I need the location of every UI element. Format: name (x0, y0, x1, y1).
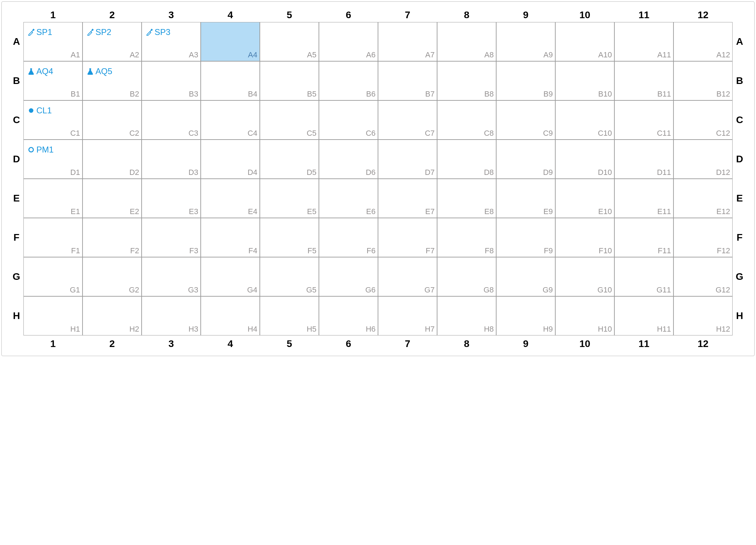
col-header[interactable]: 6 (319, 335, 378, 351)
well-D10[interactable]: D10 (555, 140, 614, 179)
well-A2[interactable]: A2SP2 (83, 22, 142, 61)
well-A3[interactable]: A3SP3 (142, 22, 201, 61)
row-header[interactable]: B (733, 61, 747, 100)
well-B1[interactable]: B1AQ4 (23, 61, 83, 100)
row-header[interactable]: E (9, 179, 23, 218)
well-H1[interactable]: H1 (23, 296, 83, 335)
well-D12[interactable]: D12 (673, 140, 733, 179)
well-D2[interactable]: D2 (83, 140, 142, 179)
well-B6[interactable]: B6 (319, 61, 378, 100)
well-C6[interactable]: C6 (319, 100, 378, 140)
well-H7[interactable]: H7 (378, 296, 437, 335)
well-H2[interactable]: H2 (83, 296, 142, 335)
well-D8[interactable]: D8 (437, 140, 496, 179)
well-E8[interactable]: E8 (437, 179, 496, 218)
row-header[interactable]: A (733, 22, 747, 61)
well-E2[interactable]: E2 (83, 179, 142, 218)
sample-badge[interactable]: AQ5 (86, 67, 112, 76)
well-G2[interactable]: G2 (83, 257, 142, 296)
well-B7[interactable]: B7 (378, 61, 437, 100)
well-H4[interactable]: H4 (201, 296, 260, 335)
well-A5[interactable]: A5 (260, 22, 319, 61)
well-E5[interactable]: E5 (260, 179, 319, 218)
well-G7[interactable]: G7 (378, 257, 437, 296)
well-D4[interactable]: D4 (201, 140, 260, 179)
well-C8[interactable]: C8 (437, 100, 496, 140)
well-G10[interactable]: G10 (555, 257, 614, 296)
well-G5[interactable]: G5 (260, 257, 319, 296)
well-H11[interactable]: H11 (614, 296, 673, 335)
well-F10[interactable]: F10 (555, 218, 614, 257)
well-D3[interactable]: D3 (142, 140, 201, 179)
well-E4[interactable]: E4 (201, 179, 260, 218)
col-header[interactable]: 12 (673, 335, 733, 351)
well-F8[interactable]: F8 (437, 218, 496, 257)
col-header[interactable]: 2 (83, 8, 142, 22)
col-header[interactable]: 5 (260, 335, 319, 351)
well-D6[interactable]: D6 (319, 140, 378, 179)
well-C9[interactable]: C9 (496, 100, 555, 140)
col-header[interactable]: 1 (23, 8, 83, 22)
row-header[interactable]: C (9, 100, 23, 140)
well-A8[interactable]: A8 (437, 22, 496, 61)
well-E10[interactable]: E10 (555, 179, 614, 218)
well-C1[interactable]: C1CL1 (23, 100, 83, 140)
well-B12[interactable]: B12 (673, 61, 733, 100)
well-H8[interactable]: H8 (437, 296, 496, 335)
row-header[interactable]: F (9, 218, 23, 257)
well-A6[interactable]: A6 (319, 22, 378, 61)
row-header[interactable]: H (9, 296, 23, 335)
col-header[interactable]: 5 (260, 8, 319, 22)
col-header[interactable]: 8 (437, 335, 496, 351)
col-header[interactable]: 9 (496, 8, 555, 22)
col-header[interactable]: 9 (496, 335, 555, 351)
col-header[interactable]: 6 (319, 8, 378, 22)
well-F9[interactable]: F9 (496, 218, 555, 257)
well-H9[interactable]: H9 (496, 296, 555, 335)
well-C2[interactable]: C2 (83, 100, 142, 140)
col-header[interactable]: 10 (555, 335, 614, 351)
well-C5[interactable]: C5 (260, 100, 319, 140)
well-E12[interactable]: E12 (673, 179, 733, 218)
well-E6[interactable]: E6 (319, 179, 378, 218)
row-header[interactable]: C (733, 100, 747, 140)
col-header[interactable]: 11 (614, 8, 673, 22)
well-E7[interactable]: E7 (378, 179, 437, 218)
col-header[interactable]: 3 (142, 335, 201, 351)
well-D5[interactable]: D5 (260, 140, 319, 179)
well-B9[interactable]: B9 (496, 61, 555, 100)
row-header[interactable]: G (9, 257, 23, 296)
well-H3[interactable]: H3 (142, 296, 201, 335)
col-header[interactable]: 8 (437, 8, 496, 22)
well-B11[interactable]: B11 (614, 61, 673, 100)
well-G11[interactable]: G11 (614, 257, 673, 296)
well-G8[interactable]: G8 (437, 257, 496, 296)
well-F3[interactable]: F3 (142, 218, 201, 257)
well-C11[interactable]: C11 (614, 100, 673, 140)
well-D7[interactable]: D7 (378, 140, 437, 179)
well-A11[interactable]: A11 (614, 22, 673, 61)
col-header[interactable]: 12 (673, 8, 733, 22)
col-header[interactable]: 10 (555, 8, 614, 22)
well-B10[interactable]: B10 (555, 61, 614, 100)
well-E11[interactable]: E11 (614, 179, 673, 218)
row-header[interactable]: G (733, 257, 747, 296)
well-C10[interactable]: C10 (555, 100, 614, 140)
row-header[interactable]: E (733, 179, 747, 218)
well-B3[interactable]: B3 (142, 61, 201, 100)
well-E9[interactable]: E9 (496, 179, 555, 218)
well-H5[interactable]: H5 (260, 296, 319, 335)
well-A4[interactable]: A4 (201, 22, 260, 61)
well-A10[interactable]: A10 (555, 22, 614, 61)
well-C3[interactable]: C3 (142, 100, 201, 140)
well-G12[interactable]: G12 (673, 257, 733, 296)
well-F12[interactable]: F12 (673, 218, 733, 257)
sample-badge[interactable]: CL1 (27, 106, 52, 115)
well-F7[interactable]: F7 (378, 218, 437, 257)
well-B5[interactable]: B5 (260, 61, 319, 100)
col-header[interactable]: 7 (378, 335, 437, 351)
well-H12[interactable]: H12 (673, 296, 733, 335)
col-header[interactable]: 4 (201, 335, 260, 351)
well-F5[interactable]: F5 (260, 218, 319, 257)
row-header[interactable]: A (9, 22, 23, 61)
